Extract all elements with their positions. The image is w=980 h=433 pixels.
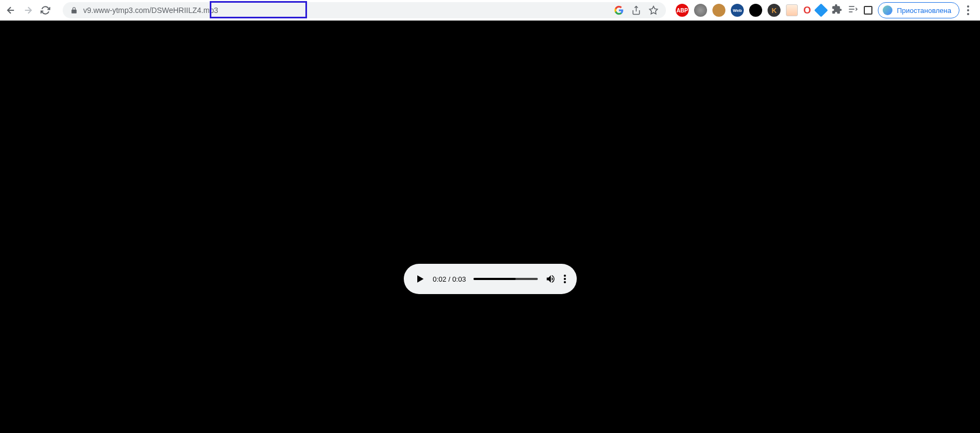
reload-button[interactable] xyxy=(40,5,51,16)
progress-fill xyxy=(474,278,516,280)
reading-list-icon[interactable] xyxy=(848,4,858,17)
profile-avatar-icon xyxy=(883,5,892,15)
extension-abp-icon[interactable]: ABP xyxy=(676,4,689,17)
time-display: 0:02 / 0:03 xyxy=(433,275,466,283)
nav-controls xyxy=(5,5,51,16)
extension-cookie-icon[interactable] xyxy=(712,4,725,17)
extension-diamond-icon[interactable] xyxy=(814,3,828,17)
url-bar[interactable]: v9.www-ytmp3.com/DSWeHRIILZ4.mp3 xyxy=(63,2,666,18)
lock-icon xyxy=(70,6,78,14)
extension-black-icon[interactable] xyxy=(749,4,762,17)
url-right-icons xyxy=(614,5,658,15)
profile-status-text: Приостановлена xyxy=(897,6,951,15)
extension-k-icon[interactable]: K xyxy=(768,4,781,17)
player-menu-button[interactable] xyxy=(564,275,566,283)
svg-marker-4 xyxy=(417,275,424,282)
extension-generic-icon[interactable] xyxy=(694,4,707,17)
bookmark-star-icon[interactable] xyxy=(649,5,658,15)
volume-button[interactable] xyxy=(545,274,556,284)
extension-web-icon[interactable]: Web xyxy=(731,4,744,17)
back-button[interactable] xyxy=(5,5,16,16)
play-button[interactable] xyxy=(415,274,425,284)
content-area: 0:02 / 0:03 xyxy=(0,21,980,433)
share-icon[interactable] xyxy=(631,5,641,15)
extensions-puzzle-icon[interactable] xyxy=(831,4,842,17)
extension-o-icon[interactable]: O xyxy=(803,5,811,16)
extension-window-icon[interactable] xyxy=(786,4,798,16)
google-icon[interactable] xyxy=(614,5,624,15)
audio-player: 0:02 / 0:03 xyxy=(404,264,577,294)
url-text: v9.www-ytmp3.com/DSWeHRIILZ4.mp3 xyxy=(83,6,609,15)
forward-button[interactable] xyxy=(23,5,34,16)
profile-badge[interactable]: Приостановлена xyxy=(878,2,959,18)
svg-marker-0 xyxy=(650,6,658,14)
extensions-area: ABP Web K O xyxy=(676,4,872,17)
browser-toolbar: v9.www-ytmp3.com/DSWeHRIILZ4.mp3 ABP Web… xyxy=(0,0,980,21)
side-panel-icon[interactable] xyxy=(864,6,872,15)
progress-bar[interactable] xyxy=(474,278,538,280)
browser-menu-button[interactable] xyxy=(967,5,969,15)
